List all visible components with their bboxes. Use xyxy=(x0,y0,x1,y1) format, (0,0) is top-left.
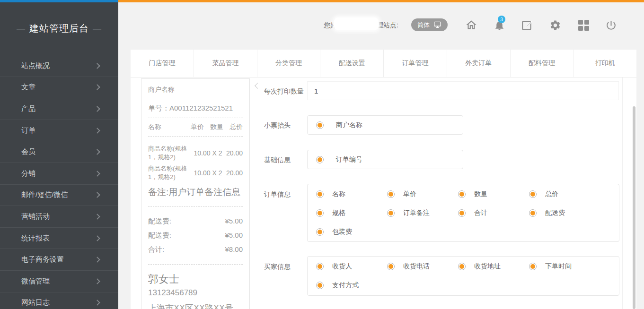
sidebar-item-mail-sms-wechat[interactable]: 邮件/短信/微信 xyxy=(0,184,118,206)
tab-order-management[interactable]: 订单管理 xyxy=(384,50,447,77)
basic-info-options: 订单编号 xyxy=(307,150,463,169)
buyer-info-label: 买家信息 xyxy=(264,263,291,271)
vertical-scrollbar[interactable] xyxy=(633,106,635,309)
sidebar-item-orders[interactable]: 订单 xyxy=(0,120,118,141)
radio-option[interactable]: 合计 xyxy=(458,204,529,223)
home-icon[interactable] xyxy=(465,18,478,32)
sidebar-item-label: 统计报表 xyxy=(21,234,95,243)
radio-option[interactable]: 收货电话 xyxy=(387,257,458,276)
radio-selected-icon xyxy=(316,190,324,198)
radio-selected-icon[interactable] xyxy=(316,121,324,129)
radio-selected-icon xyxy=(458,190,466,198)
language-label: 简体 xyxy=(417,21,430,29)
radio-selected-icon xyxy=(529,190,537,198)
language-switch-button[interactable]: 简体 xyxy=(411,18,448,31)
sidebar-item-site-overview[interactable]: 站点概况 xyxy=(0,55,118,77)
receipt-note: 备注:用户订单备注信息 xyxy=(148,186,243,199)
redacted-username xyxy=(334,17,379,30)
fee-row: 配送费: ¥5.00 xyxy=(148,217,243,226)
radio-selected-icon xyxy=(458,263,466,270)
fee-label: 配送费: xyxy=(148,231,171,240)
print-count-label: 每次打印数量 xyxy=(264,87,304,96)
chevron-right-icon xyxy=(94,128,100,134)
radio-option[interactable]: 收货人 xyxy=(316,257,387,276)
chevron-right-icon xyxy=(94,149,100,155)
monitor-icon xyxy=(433,21,441,28)
edit-icon[interactable] xyxy=(520,18,534,32)
radio-option[interactable]: 支付方式 xyxy=(316,276,387,295)
item-total: 20.00 xyxy=(226,149,243,157)
power-icon[interactable] xyxy=(604,18,618,32)
chevron-right-icon xyxy=(94,192,100,198)
receipt-preview: 商户名称 单号：A001121232521521 名称 单价 数量 总价 商品名… xyxy=(141,78,250,309)
tab-ingredient-management[interactable]: 配料管理 xyxy=(511,50,574,77)
item-name: 商品名称(规格1，规格2) xyxy=(148,164,190,181)
sidebar-item-wechat-management[interactable]: 微信管理 xyxy=(0,270,118,292)
sidebar-item-members[interactable]: 会员 xyxy=(0,141,118,163)
radio-option-label[interactable]: 订单编号 xyxy=(336,155,362,164)
tab-takeout-orders[interactable]: 外卖订单 xyxy=(447,50,511,77)
radio-option-label: 名称 xyxy=(332,190,345,198)
radio-option[interactable]: 包装费 xyxy=(316,223,387,241)
receipt-fees: 配送费: ¥5.00 配送费: ¥5.00 合计: ¥8.00 xyxy=(148,207,243,265)
notification-badge: 3 xyxy=(498,16,505,23)
chevron-right-icon xyxy=(94,278,100,284)
main-panel: 门店管理 菜品管理 分类管理 配送设置 订单管理 外卖订单 配料管理 打印机 商… xyxy=(131,50,636,309)
tab-category-management[interactable]: 分类管理 xyxy=(257,50,321,77)
radio-option[interactable]: 规格 xyxy=(316,204,387,223)
chevron-right-icon xyxy=(94,300,100,306)
chevron-right-icon xyxy=(94,257,100,263)
item-name: 商品名称(规格1，规格2) xyxy=(148,145,190,161)
radio-option-label: 包装费 xyxy=(332,228,352,236)
receipt-column-headers: 名称 单价 数量 总价 xyxy=(148,118,243,137)
sidebar-item-distribution[interactable]: 分销 xyxy=(0,163,118,184)
tab-dish-management[interactable]: 菜品管理 xyxy=(194,50,257,77)
tab-bar: 门店管理 菜品管理 分类管理 配送设置 订单管理 外卖订单 配料管理 打印机 xyxy=(131,50,636,77)
sidebar-item-articles[interactable]: 文章 xyxy=(0,77,118,98)
radio-option-label[interactable]: 商户名称 xyxy=(336,121,362,129)
radio-option[interactable]: 订单备注 xyxy=(387,204,458,223)
gear-icon[interactable] xyxy=(548,18,562,32)
radio-selected-icon[interactable] xyxy=(316,156,324,163)
radio-option[interactable]: 下单时间 xyxy=(529,257,600,276)
collapse-left-caret-icon[interactable] xyxy=(255,83,261,89)
radio-option[interactable]: 名称 xyxy=(316,185,387,204)
radio-option[interactable]: 单价 xyxy=(387,185,458,204)
sidebar-item-reports[interactable]: 统计报表 xyxy=(0,227,118,249)
customer-phone: 13123456789 xyxy=(148,288,243,298)
tab-delivery-settings[interactable]: 配送设置 xyxy=(320,50,384,77)
receipt-customer: 郭女士 13123456789 上海市XX区XX路XX号XXX室 xyxy=(148,265,243,309)
sidebar-item-label: 订单 xyxy=(21,126,95,135)
customer-name: 郭女士 xyxy=(148,272,243,286)
logo-dash-right: — xyxy=(93,24,102,34)
tab-store-management[interactable]: 门店管理 xyxy=(131,50,194,77)
sidebar-item-marketing[interactable]: 营销活动 xyxy=(0,206,118,227)
radio-option-label: 订单备注 xyxy=(403,209,430,217)
radio-option[interactable]: 配送费 xyxy=(529,204,600,223)
sidebar-item-site-logs[interactable]: 网站日志 xyxy=(0,292,118,309)
sidebar-item-label: 电子商务设置 xyxy=(21,255,95,264)
sidebar-item-ecommerce-settings[interactable]: 电子商务设置 xyxy=(0,249,118,270)
grid-icon[interactable] xyxy=(577,18,590,32)
fee-label: 配送费: xyxy=(148,217,171,226)
top-accent-orange xyxy=(118,0,644,2)
radio-option-label: 合计 xyxy=(474,209,487,217)
customer-address: 上海市XX区XX路XX号XXX室 xyxy=(148,302,243,309)
app-logo: — 建站管理后台 — xyxy=(0,2,118,55)
sidebar-item-products[interactable]: 产品 xyxy=(0,98,118,120)
radio-option-label: 配送费 xyxy=(545,209,565,217)
logo-dash-left: — xyxy=(17,24,26,34)
radio-option[interactable]: 总价 xyxy=(529,185,600,204)
receipt-order-number: 单号：A001121232521521 xyxy=(148,99,243,118)
radio-option[interactable]: 收货地址 xyxy=(458,257,529,276)
receipt-item-row: 商品名称(规格1，规格2) 10.00 X 2 20.00 xyxy=(148,145,243,161)
radio-option[interactable]: 数量 xyxy=(458,185,529,204)
print-count-input[interactable] xyxy=(307,81,619,100)
sidebar-item-label: 营销活动 xyxy=(21,212,95,221)
radio-option-label: 单价 xyxy=(403,190,416,198)
tab-printer[interactable]: 打印机 xyxy=(573,50,636,77)
item-price-qty: 10.00 X 2 xyxy=(194,149,222,157)
sidebar-item-label: 微信管理 xyxy=(21,277,95,286)
fee-value: ¥5.00 xyxy=(225,217,243,226)
sidebar-item-label: 网站日志 xyxy=(21,298,95,307)
